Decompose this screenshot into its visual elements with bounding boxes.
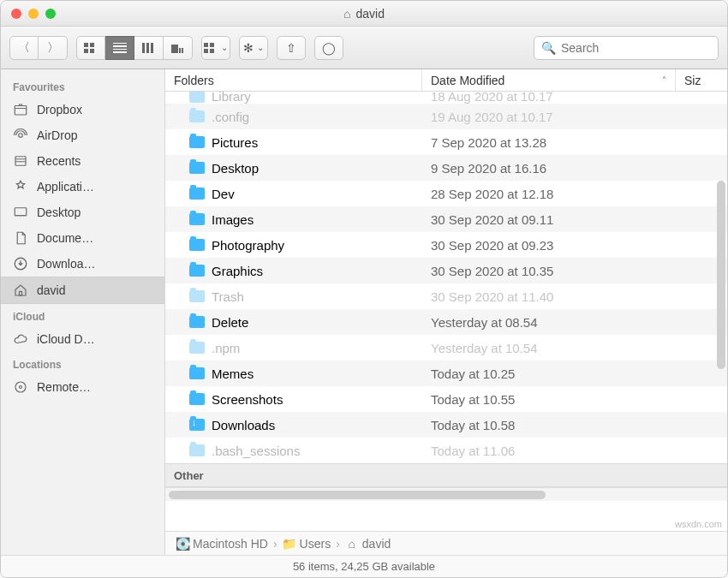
folder-icon	[189, 393, 205, 405]
file-name: Photography	[212, 238, 284, 253]
file-row[interactable]: Photography30 Sep 2020 at 09.23	[165, 232, 727, 258]
path-segment[interactable]: 📁Users	[283, 537, 331, 551]
download-icon	[13, 256, 28, 271]
file-row[interactable]: Graphics30 Sep 2020 at 10.35	[165, 258, 727, 283]
sidebar-item-recents[interactable]: Recents	[1, 148, 164, 174]
path-label: Macintosh HD	[193, 537, 268, 551]
arrange-button[interactable]: ⌄	[201, 36, 230, 60]
view-columns-button[interactable]	[134, 36, 164, 60]
sidebar-item-label: Dropbox	[37, 103, 82, 116]
file-date: Today at 11.06	[422, 444, 727, 458]
tags-button[interactable]: ◯	[314, 36, 343, 60]
sort-ascending-icon: ˄	[662, 75, 666, 85]
vertical-scrollbar-thumb[interactable]	[717, 181, 725, 369]
sidebar-item-label: Recents	[37, 154, 81, 168]
file-row[interactable]: MemesToday at 10.25	[165, 361, 727, 386]
sidebar-item-applicati[interactable]: Applicati…	[1, 174, 164, 200]
sidebar-item-remote[interactable]: Remote…	[1, 374, 164, 400]
file-date: Today at 10.25	[422, 366, 727, 381]
status-text: 56 items, 24,25 GB available	[293, 560, 435, 573]
file-name: Images	[212, 212, 254, 227]
file-name: Downloads	[212, 418, 275, 432]
file-row[interactable]: DownloadsToday at 10.58	[165, 412, 727, 438]
sidebar-item-dropbox[interactable]: Dropbox	[1, 97, 164, 122]
file-date: Today at 10.55	[422, 392, 727, 407]
list-icon	[113, 43, 127, 53]
apps-icon	[13, 179, 28, 194]
action-button[interactable]: ✻⌄	[239, 36, 268, 60]
sidebar-item-docume[interactable]: Docume…	[1, 225, 164, 251]
status-bar: 56 items, 24,25 GB available	[1, 555, 727, 577]
file-row[interactable]: ScreenshotsToday at 10.55	[165, 386, 727, 412]
scrollbar-thumb[interactable]	[169, 491, 546, 499]
horizontal-scrollbar[interactable]	[165, 487, 727, 501]
search-input[interactable]	[561, 41, 711, 55]
file-row[interactable]: DeleteYesterday at 08.54	[165, 309, 727, 335]
grid-icon	[84, 43, 98, 53]
folder-icon: 📁	[283, 537, 296, 551]
file-row[interactable]: .npmYesterday at 10.54	[165, 335, 727, 361]
file-row[interactable]: Desktop9 Sep 2020 at 16.16	[165, 155, 727, 181]
box-icon	[13, 102, 28, 117]
file-name: Delete	[212, 315, 248, 330]
sidebar-item-david[interactable]: david	[1, 277, 164, 304]
column-header-name[interactable]: Folders	[165, 69, 422, 91]
sidebar-item-icloudd[interactable]: iCloud D…	[1, 326, 164, 352]
window-title: ⌂ david	[1, 7, 727, 21]
file-date: 30 Sep 2020 at 11.40	[422, 289, 727, 304]
file-date: Yesterday at 10.54	[422, 341, 727, 355]
file-row[interactable]: Trash30 Sep 2020 at 11.40	[165, 283, 727, 309]
chevron-left-icon: 〈	[18, 40, 30, 56]
recents-icon	[13, 153, 28, 169]
minimize-button[interactable]	[28, 9, 39, 19]
sidebar-item-label: Downloa…	[37, 257, 95, 271]
column-name-label: Folders	[174, 74, 214, 87]
view-gallery-button[interactable]	[164, 36, 193, 60]
view-list-button[interactable]	[105, 36, 134, 60]
window-title-text: david	[356, 7, 385, 21]
sidebar-item-airdrop[interactable]: AirDrop	[1, 122, 164, 148]
sidebar-item-desktop[interactable]: Desktop	[1, 200, 164, 225]
gallery-icon	[171, 43, 185, 53]
share-icon: ⇧	[286, 41, 296, 55]
file-name: .bash_sessions	[212, 444, 300, 458]
back-button[interactable]: 〈	[9, 36, 39, 60]
file-name: Memes	[212, 366, 254, 381]
file-list[interactable]: Library18 Aug 2020 at 10.17.config19 Aug…	[165, 92, 727, 531]
file-name: .npm	[212, 341, 240, 355]
sidebar-item-label: Desktop	[37, 206, 81, 219]
cloud-icon	[13, 331, 28, 347]
share-button[interactable]: ⇧	[277, 36, 306, 60]
chevron-down-icon: ⌄	[257, 43, 264, 52]
folder-icon	[189, 239, 205, 251]
home-icon: ⌂	[345, 537, 359, 551]
file-name: Pictures	[212, 135, 258, 150]
sidebar-item-downloa[interactable]: Downloa…	[1, 251, 164, 277]
zoom-button[interactable]	[45, 9, 56, 19]
column-size-label: Siz	[684, 74, 701, 87]
finder-window: ⌂ david 〈 〉 ⌄ ✻⌄ ⇧ ◯ 🔍	[0, 0, 728, 578]
search-field[interactable]: 🔍	[534, 36, 719, 60]
disk-icon: 💽	[176, 537, 189, 551]
path-segment[interactable]: ⌂david	[345, 537, 391, 551]
folder-icon	[189, 136, 205, 148]
main-pane: Folders Date Modified˄ Siz Library18 Aug…	[165, 69, 727, 555]
path-segment[interactable]: 💽Macintosh HD	[176, 537, 268, 551]
column-header-date[interactable]: Date Modified˄	[422, 69, 676, 91]
file-row[interactable]: .bash_sessionsToday at 11.06	[165, 438, 727, 463]
file-row[interactable]: Dev28 Sep 2020 at 12.18	[165, 181, 727, 206]
folder-icon	[189, 110, 205, 122]
home-icon: ⌂	[343, 7, 350, 21]
close-button[interactable]	[11, 9, 21, 19]
file-date: 30 Sep 2020 at 09.23	[422, 238, 727, 253]
file-row[interactable]: .config19 Aug 2020 at 10.17	[165, 104, 727, 129]
home-icon	[13, 283, 28, 298]
forward-button[interactable]: 〉	[39, 36, 68, 60]
file-row[interactable]: Images30 Sep 2020 at 09.11	[165, 206, 727, 232]
file-row[interactable]: Library18 Aug 2020 at 10.17	[165, 92, 727, 104]
column-header-size[interactable]: Siz	[676, 69, 727, 91]
view-icon-button[interactable]	[76, 36, 105, 60]
file-row[interactable]: Pictures7 Sep 2020 at 13.28	[165, 129, 727, 155]
sidebar-item-label: Applicati…	[37, 180, 94, 194]
file-name: Trash	[212, 289, 244, 304]
